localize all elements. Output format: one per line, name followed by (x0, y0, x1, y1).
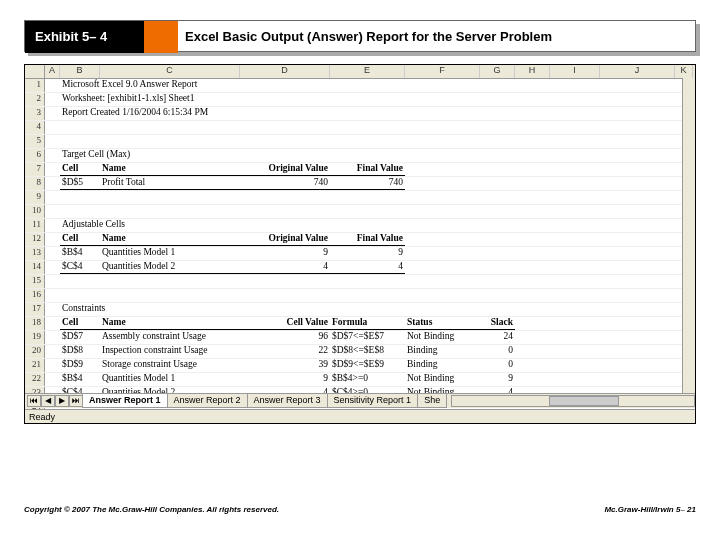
row-num[interactable]: 19 (25, 331, 45, 344)
row-num[interactable]: 1 (25, 79, 45, 92)
col-k[interactable]: K (675, 65, 693, 78)
sheet-tab[interactable]: She (417, 394, 447, 408)
row-num[interactable]: 12 (25, 233, 45, 246)
row-num[interactable]: 3 (25, 107, 45, 120)
col-g[interactable]: G (480, 65, 515, 78)
col-b[interactable]: B (60, 65, 100, 78)
row-num[interactable]: 8 (25, 177, 45, 190)
row-num[interactable]: 15 (25, 275, 45, 288)
con-name: Storage constraint Usage (100, 359, 240, 372)
hdr-cell: Cell (60, 317, 100, 330)
con-cv: 96 (240, 331, 330, 344)
col-f[interactable]: F (405, 65, 480, 78)
adj-orig: 9 (240, 247, 330, 260)
hdr-name: Name (100, 233, 240, 246)
horizontal-scrollbar[interactable] (451, 395, 695, 407)
col-h[interactable]: H (515, 65, 550, 78)
col-j[interactable]: J (600, 65, 675, 78)
sheet-tab-bar: ⏮ ◀ ▶ ⏭ Answer Report 1 Answer Report 2 … (25, 393, 695, 408)
excel-report-embed: A B C D E F G H I J K 1Microsoft Excel 9… (24, 64, 696, 424)
vertical-scrollbar[interactable] (682, 78, 695, 394)
hdr-slack: Slack (480, 317, 515, 330)
adj-cell: $C$4 (60, 261, 100, 274)
row-num[interactable]: 13 (25, 247, 45, 260)
worksheet-line: Worksheet: [exhibit1-1.xls] Sheet1 (60, 93, 196, 106)
con-cell: $D$7 (60, 331, 100, 344)
hdr-name: Name (100, 163, 240, 176)
row-num[interactable]: 18 (25, 317, 45, 330)
con-cell: $D$8 (60, 345, 100, 358)
row-num[interactable]: 5 (25, 135, 45, 148)
row-num[interactable]: 4 (25, 121, 45, 134)
con-status: Not Binding (405, 331, 480, 344)
row-num[interactable]: 2 (25, 93, 45, 106)
con-cell: $B$4 (60, 373, 100, 386)
target-orig: 740 (240, 177, 330, 190)
adj-final: 9 (330, 247, 405, 260)
sheet-tab[interactable]: Sensitivity Report 1 (327, 394, 419, 408)
row-num[interactable]: 14 (25, 261, 45, 274)
scrollbar-thumb[interactable] (549, 396, 619, 406)
row-num[interactable]: 22 (25, 373, 45, 386)
con-status: Not Binding (405, 373, 480, 386)
con-formula: $D$9<=$E$9 (330, 359, 405, 372)
con-name: Assembly constraint Usage (100, 331, 240, 344)
col-c[interactable]: C (100, 65, 240, 78)
adj-name: Quantities Model 1 (100, 247, 240, 260)
corner-cell (25, 65, 45, 78)
row-num[interactable]: 11 (25, 219, 45, 232)
target-section: Target Cell (Max) (60, 149, 132, 162)
adj-final: 4 (330, 261, 405, 274)
row-num[interactable]: 17 (25, 303, 45, 316)
hdr-cell: Cell (60, 163, 100, 176)
created-line: Report Created 1/16/2004 6:15:34 PM (60, 107, 210, 120)
con-name: Inspection constraint Usage (100, 345, 240, 358)
report-title: Microsoft Excel 9.0 Answer Report (60, 79, 199, 92)
adj-orig: 4 (240, 261, 330, 274)
con-formula: $B$4>=0 (330, 373, 405, 386)
target-cell: $D$5 (60, 177, 100, 190)
hdr-orig: Original Value (240, 163, 330, 176)
adj-cell: $B$4 (60, 247, 100, 260)
sheet-tab[interactable]: Answer Report 2 (167, 394, 248, 408)
orange-accent (144, 21, 178, 53)
row-num[interactable]: 7 (25, 163, 45, 176)
row-num[interactable]: 21 (25, 359, 45, 372)
header-bar: Exhibit 5– 4 Excel Basic Output (Answer)… (24, 20, 696, 52)
tab-nav-next-icon[interactable]: ▶ (55, 395, 69, 407)
col-d[interactable]: D (240, 65, 330, 78)
slide-header: Exhibit 5– 4 Excel Basic Output (Answer)… (24, 20, 696, 52)
grid-rows: 1Microsoft Excel 9.0 Answer Report 2Work… (25, 79, 695, 415)
row-num[interactable]: 10 (25, 205, 45, 218)
con-cell: $D$9 (60, 359, 100, 372)
copyright-text: Copyright © 2007 The Mc.Graw-Hill Compan… (24, 505, 279, 514)
hdr-status: Status (405, 317, 480, 330)
tab-nav-first-icon[interactable]: ⏮ (27, 395, 41, 407)
hdr-cellvalue: Cell Value (240, 317, 330, 330)
hdr-formula: Formula (330, 317, 405, 330)
sheet-tab[interactable]: Answer Report 3 (247, 394, 328, 408)
col-a[interactable]: A (45, 65, 60, 78)
tab-nav-last-icon[interactable]: ⏭ (69, 395, 83, 407)
page-title: Excel Basic Output (Answer) Report for t… (185, 21, 552, 53)
con-slack: 0 (480, 359, 515, 372)
col-e[interactable]: E (330, 65, 405, 78)
hdr-name: Name (100, 317, 240, 330)
hdr-final: Final Value (330, 233, 405, 246)
con-slack: 24 (480, 331, 515, 344)
row-num[interactable]: 20 (25, 345, 45, 358)
hdr-final: Final Value (330, 163, 405, 176)
row-num[interactable]: 6 (25, 149, 45, 162)
col-i[interactable]: I (550, 65, 600, 78)
hdr-orig: Original Value (240, 233, 330, 246)
page-label: Mc.Graw-Hill/Irwin 5– 21 (604, 505, 696, 514)
row-num[interactable]: 16 (25, 289, 45, 302)
con-formula: $D$8<=$E$8 (330, 345, 405, 358)
row-num[interactable]: 9 (25, 191, 45, 204)
con-status: Binding (405, 359, 480, 372)
con-cv: 22 (240, 345, 330, 358)
status-bar: Ready (25, 409, 695, 423)
tab-nav-prev-icon[interactable]: ◀ (41, 395, 55, 407)
sheet-tab[interactable]: Answer Report 1 (82, 394, 168, 408)
adj-section: Adjustable Cells (60, 219, 127, 232)
